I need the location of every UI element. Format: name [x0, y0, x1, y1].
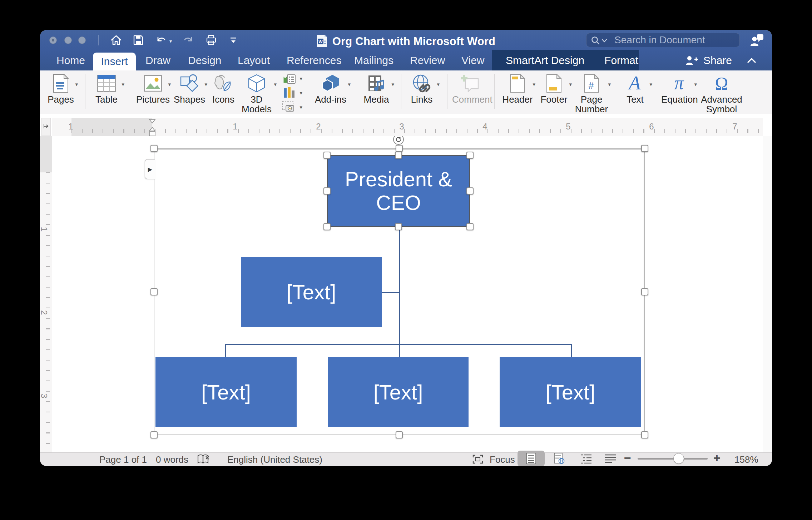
chart-button[interactable]: ▾	[282, 86, 302, 100]
shape-handle-mid-left[interactable]	[323, 187, 331, 195]
language-selector[interactable]: English (United States)	[227, 454, 322, 465]
tab-insert[interactable]: Insert	[93, 53, 136, 70]
scrollbar-gutter[interactable]	[763, 136, 772, 453]
close-window-button[interactable]	[49, 36, 57, 44]
dropdown-arrow-icon[interactable]: ▾	[391, 81, 394, 88]
undo-dropdown-arrow-icon[interactable]: ▾	[169, 38, 172, 44]
dropdown-arrow-icon[interactable]: ▾	[75, 81, 78, 88]
pages-button[interactable]: ▾ Pages	[43, 70, 79, 114]
pictures-button[interactable]: ▾ Pictures	[135, 70, 171, 114]
undo-icon[interactable]	[155, 34, 167, 46]
zoom-slider-thumb[interactable]	[673, 453, 684, 464]
shape-handle-bottom-left[interactable]	[323, 223, 331, 230]
connector-assistant[interactable]	[382, 292, 400, 293]
dropdown-arrow-icon[interactable]: ▾	[437, 81, 440, 88]
tab-draw[interactable]: Draw	[145, 50, 170, 70]
tab-stop-selector[interactable]	[41, 118, 51, 136]
outline-view-button[interactable]	[573, 451, 600, 466]
share-button[interactable]: Share	[703, 54, 732, 67]
zoom-out-button[interactable]: −	[624, 452, 631, 463]
connector-root-vertical[interactable]	[399, 227, 400, 345]
page-count[interactable]: Page 1 of 1	[99, 454, 147, 465]
tab-format[interactable]: Format	[604, 54, 638, 67]
rotation-handle[interactable]	[393, 136, 404, 145]
tab-smartart-design[interactable]: SmartArt Design	[506, 54, 584, 67]
header-button[interactable]: ▾ Header	[500, 70, 535, 114]
zoom-in-button[interactable]: +	[713, 452, 721, 463]
shape-handle-top-left[interactable]	[323, 152, 331, 159]
customize-toolbar-icon[interactable]	[227, 34, 239, 46]
dropdown-arrow-icon[interactable]: ▾	[299, 90, 302, 96]
save-icon[interactable]	[132, 34, 144, 46]
frame-handle-mid-left[interactable]	[150, 288, 158, 295]
spellcheck-icon[interactable]	[197, 454, 211, 466]
shape-handle-top-right[interactable]	[466, 152, 474, 159]
smartart-node-assistant[interactable]: [Text]	[241, 257, 382, 327]
tab-references[interactable]: References	[287, 50, 341, 70]
dropdown-arrow-icon[interactable]: ▾	[608, 81, 611, 88]
connector-drop-right[interactable]	[571, 344, 572, 357]
3d-models-button[interactable]: ▾ 3D Models	[235, 70, 278, 114]
media-button[interactable]: ▾ Media	[358, 70, 394, 114]
dropdown-arrow-icon[interactable]: ▾	[122, 81, 124, 88]
shape-handle-top-center[interactable]	[395, 152, 402, 159]
smartart-text-pane-toggle[interactable]: ▶	[145, 159, 155, 179]
redo-icon[interactable]	[182, 34, 194, 46]
draft-view-button[interactable]	[597, 451, 624, 466]
smartart-node-child-3[interactable]: [Text]	[500, 357, 641, 427]
tab-home[interactable]: Home	[56, 50, 85, 70]
tab-design[interactable]: Design	[188, 50, 221, 70]
frame-handle-top-center[interactable]	[396, 145, 403, 152]
smartart-button[interactable]: ▾	[282, 72, 302, 85]
frame-handle-top-right[interactable]	[641, 145, 648, 152]
dropdown-arrow-icon[interactable]: ▾	[299, 75, 302, 82]
contacts-icon[interactable]	[750, 34, 764, 48]
shape-handle-mid-right[interactable]	[466, 187, 474, 195]
frame-handle-bottom-left[interactable]	[150, 431, 158, 438]
page-number-button[interactable]: # ▾ Page Number	[570, 70, 613, 114]
zoom-percentage[interactable]: 158%	[734, 454, 758, 465]
links-button[interactable]: ▾ Links	[404, 70, 440, 114]
home-icon[interactable]	[110, 34, 122, 46]
advanced-symbol-button[interactable]: Ω Advanced Symbol	[699, 70, 744, 114]
search-input[interactable]	[614, 34, 737, 46]
footer-button[interactable]: ▾ Footer	[536, 70, 572, 114]
connector-drop-center[interactable]	[399, 344, 400, 357]
tab-mailings[interactable]: Mailings	[354, 50, 393, 70]
zoom-window-button[interactable]	[78, 36, 86, 44]
text-button[interactable]: A ▾ Text	[617, 70, 653, 114]
search-box[interactable]	[586, 33, 740, 47]
dropdown-arrow-icon[interactable]: ▾	[694, 81, 697, 88]
smartart-node-child-2[interactable]: [Text]	[328, 357, 469, 427]
dropdown-arrow-icon[interactable]: ▾	[299, 104, 302, 111]
collapse-ribbon-icon[interactable]	[746, 57, 758, 64]
frame-handle-bottom-center[interactable]	[396, 431, 403, 438]
frame-handle-mid-right[interactable]	[641, 288, 648, 295]
equation-button[interactable]: π ▾ Equation	[661, 70, 697, 114]
smartart-node-root[interactable]: President & CEO	[327, 155, 470, 227]
print-layout-view-button[interactable]	[518, 451, 545, 466]
dropdown-arrow-icon[interactable]: ▾	[533, 81, 535, 88]
focus-button[interactable]: Focus	[490, 454, 515, 465]
connector-bus[interactable]	[225, 344, 572, 345]
word-count[interactable]: 0 words	[156, 454, 188, 465]
dropdown-arrow-icon[interactable]: ▾	[348, 81, 351, 88]
dropdown-arrow-icon[interactable]: ▾	[168, 81, 171, 88]
minimize-window-button[interactable]	[64, 36, 72, 44]
shapes-button[interactable]: ▾ Shapes	[172, 70, 207, 114]
page[interactable]: ▶ President & CEO [Text] [Text] [Text]	[52, 136, 763, 453]
frame-handle-top-left[interactable]	[150, 145, 158, 152]
table-button[interactable]: ▾ Table	[89, 70, 124, 114]
zoom-slider-track[interactable]	[638, 458, 708, 460]
shape-handle-bottom-center[interactable]	[395, 223, 402, 230]
tab-view[interactable]: View	[461, 50, 484, 70]
frame-handle-bottom-right[interactable]	[641, 431, 648, 438]
web-layout-view-button[interactable]	[546, 451, 573, 466]
shape-handle-bottom-right[interactable]	[466, 223, 474, 230]
connector-drop-left[interactable]	[225, 344, 226, 357]
smartart-node-child-1[interactable]: [Text]	[155, 357, 297, 427]
dropdown-arrow-icon[interactable]: ▾	[274, 81, 277, 88]
tab-layout[interactable]: Layout	[238, 50, 270, 70]
dropdown-arrow-icon[interactable]: ▾	[649, 81, 652, 88]
tab-review[interactable]: Review	[410, 50, 445, 70]
